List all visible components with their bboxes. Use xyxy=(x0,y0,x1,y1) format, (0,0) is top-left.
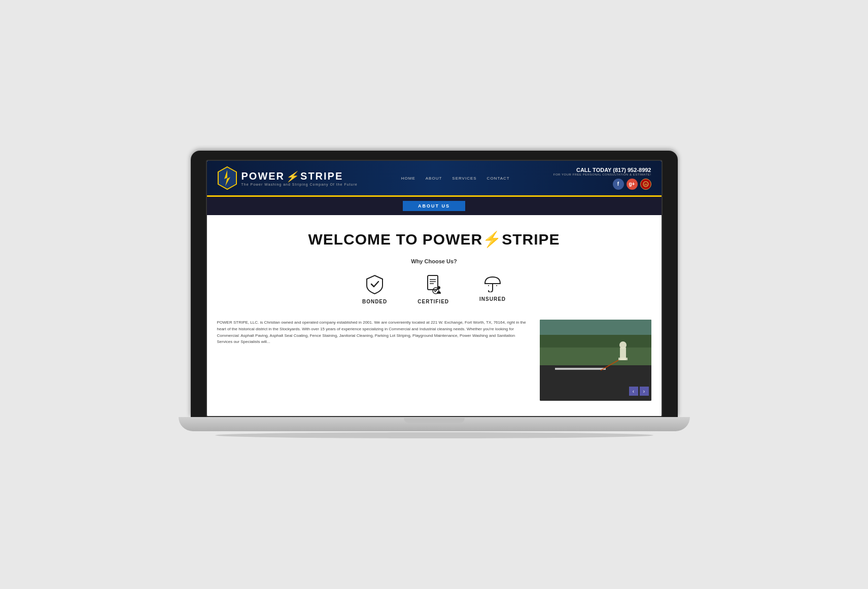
content-image: ‹ › xyxy=(540,320,651,401)
call-sub: FOR YOUR FREE PERSONAL CONSULTATION & ES… xyxy=(553,173,651,176)
logo-tagline: The Power Washing and Striping Company O… xyxy=(241,183,358,186)
header-right: CALL TODAY (817) 952-8992 FOR YOUR FREE … xyxy=(553,167,651,190)
certified-icon xyxy=(425,274,442,295)
shield-icon xyxy=(366,274,384,295)
facebook-icon[interactable]: f xyxy=(613,179,624,190)
screen-bezel: POWER ⚡ STRIPE The Power Washing and Str… xyxy=(191,151,678,417)
nav-contact[interactable]: CONTACT xyxy=(487,176,510,181)
social-icons: f g+ m xyxy=(613,179,651,190)
banner-bar: ABOUT US xyxy=(207,197,662,215)
feature-bonded: BONDED xyxy=(362,274,387,304)
about-text: POWER STRIPE, LLC. is Christian owned an… xyxy=(217,320,530,401)
svg-point-11 xyxy=(488,285,489,286)
logo-icon xyxy=(217,166,237,190)
hero-image: ‹ › xyxy=(540,320,651,401)
main-content: WELCOME TO POWER⚡STRIPE Why Choose Us? B… xyxy=(207,215,662,416)
screen-content: POWER ⚡ STRIPE The Power Washing and Str… xyxy=(206,160,663,417)
content-section: POWER STRIPE, LLC. is Christian owned an… xyxy=(217,320,651,401)
yelp-icon[interactable]: m xyxy=(640,179,651,190)
laptop-container: POWER ⚡ STRIPE The Power Washing and Str… xyxy=(191,151,678,438)
logo-part2: STRIPE xyxy=(300,170,343,182)
logo-text-area: POWER ⚡ STRIPE The Power Washing and Str… xyxy=(241,170,358,186)
slider-prev-button[interactable]: ‹ xyxy=(629,387,638,396)
svg-rect-17 xyxy=(555,368,606,370)
welcome-part2: STRIPE xyxy=(502,231,560,248)
insured-label: INSURED xyxy=(479,296,506,302)
svg-rect-22 xyxy=(540,320,651,335)
nav-about[interactable]: ABOUT xyxy=(426,176,442,181)
about-us-button[interactable]: ABOUT US xyxy=(403,201,465,211)
svg-rect-19 xyxy=(620,348,626,360)
feature-insured: INSURED xyxy=(479,274,506,304)
laptop-base xyxy=(179,417,690,431)
welcome-title: WELCOME TO POWER⚡STRIPE xyxy=(217,230,651,248)
main-nav: HOME ABOUT SERVICES CONTACT xyxy=(401,176,510,181)
nav-home[interactable]: HOME xyxy=(401,176,415,181)
svg-point-20 xyxy=(619,341,627,349)
slider-next-button[interactable]: › xyxy=(640,387,649,396)
svg-point-13 xyxy=(492,287,493,288)
nav-services[interactable]: SERVICES xyxy=(452,176,476,181)
logo-area: POWER ⚡ STRIPE The Power Washing and Str… xyxy=(217,166,358,190)
google-plus-icon[interactable]: g+ xyxy=(627,179,638,190)
slider-controls: ‹ › xyxy=(629,387,649,396)
features-row: BONDED xyxy=(217,274,651,304)
laptop-shadow xyxy=(215,432,653,438)
laptop-notch xyxy=(404,418,465,423)
svg-point-9 xyxy=(437,286,440,289)
logo-bolt: ⚡ xyxy=(286,170,299,183)
svg-point-12 xyxy=(496,285,497,286)
bonded-label: BONDED xyxy=(362,299,387,304)
feature-certified: CERTIFIED xyxy=(418,274,449,304)
welcome-bolt: ⚡ xyxy=(482,231,502,248)
welcome-part1: WELCOME TO POWER xyxy=(308,231,482,248)
site-header: POWER ⚡ STRIPE The Power Washing and Str… xyxy=(207,161,662,197)
certified-label: CERTIFIED xyxy=(418,299,449,304)
logo-part1: POWER xyxy=(241,170,285,182)
website: POWER ⚡ STRIPE The Power Washing and Str… xyxy=(207,161,662,416)
why-choose-heading: Why Choose Us? xyxy=(217,258,651,264)
umbrella-icon xyxy=(482,274,503,292)
logo-name: POWER ⚡ STRIPE xyxy=(241,170,358,183)
call-number: CALL TODAY (817) 952-8992 xyxy=(553,167,651,173)
call-info: CALL TODAY (817) 952-8992 FOR YOUR FREE … xyxy=(553,167,651,176)
svg-rect-15 xyxy=(540,345,651,365)
svg-text:m: m xyxy=(644,183,647,186)
